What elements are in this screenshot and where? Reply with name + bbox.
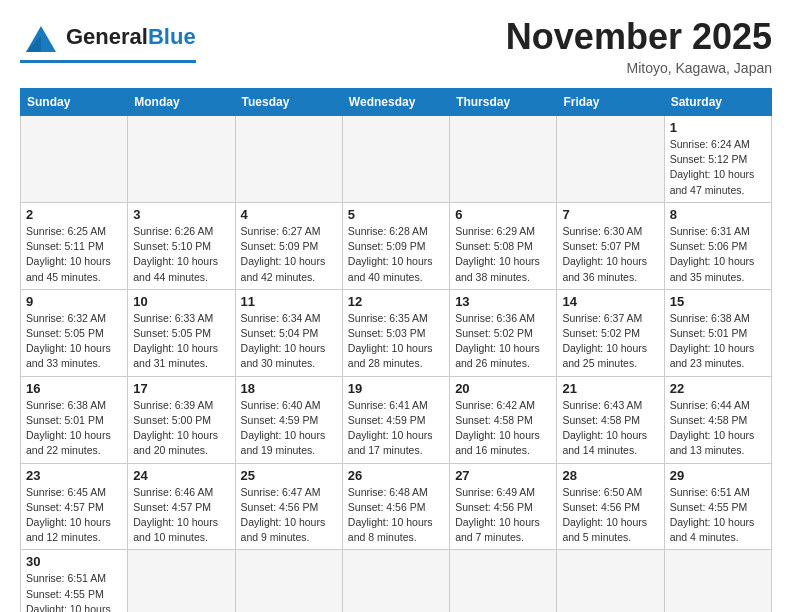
day-info: Sunrise: 6:41 AM Sunset: 4:59 PM Dayligh… bbox=[348, 398, 444, 459]
day-info: Sunrise: 6:36 AM Sunset: 5:02 PM Dayligh… bbox=[455, 311, 551, 372]
day-info: Sunrise: 6:34 AM Sunset: 5:04 PM Dayligh… bbox=[241, 311, 337, 372]
day-info: Sunrise: 6:25 AM Sunset: 5:11 PM Dayligh… bbox=[26, 224, 122, 285]
day-info: Sunrise: 6:27 AM Sunset: 5:09 PM Dayligh… bbox=[241, 224, 337, 285]
calendar-day-cell bbox=[21, 116, 128, 203]
calendar-table: SundayMondayTuesdayWednesdayThursdayFrid… bbox=[20, 88, 772, 612]
day-info: Sunrise: 6:51 AM Sunset: 4:55 PM Dayligh… bbox=[26, 571, 122, 612]
day-number: 13 bbox=[455, 294, 551, 309]
calendar-day-cell: 5Sunrise: 6:28 AM Sunset: 5:09 PM Daylig… bbox=[342, 202, 449, 289]
calendar-day-cell: 20Sunrise: 6:42 AM Sunset: 4:58 PM Dayli… bbox=[450, 376, 557, 463]
calendar-day-cell bbox=[450, 550, 557, 612]
calendar-day-cell bbox=[557, 550, 664, 612]
day-info: Sunrise: 6:26 AM Sunset: 5:10 PM Dayligh… bbox=[133, 224, 229, 285]
weekday-header-row: SundayMondayTuesdayWednesdayThursdayFrid… bbox=[21, 89, 772, 116]
day-number: 15 bbox=[670, 294, 766, 309]
calendar-week-row: 1Sunrise: 6:24 AM Sunset: 5:12 PM Daylig… bbox=[21, 116, 772, 203]
weekday-header-wednesday: Wednesday bbox=[342, 89, 449, 116]
calendar-week-row: 16Sunrise: 6:38 AM Sunset: 5:01 PM Dayli… bbox=[21, 376, 772, 463]
day-number: 24 bbox=[133, 468, 229, 483]
calendar-day-cell: 26Sunrise: 6:48 AM Sunset: 4:56 PM Dayli… bbox=[342, 463, 449, 550]
day-number: 19 bbox=[348, 381, 444, 396]
day-number: 5 bbox=[348, 207, 444, 222]
calendar-week-row: 2Sunrise: 6:25 AM Sunset: 5:11 PM Daylig… bbox=[21, 202, 772, 289]
calendar-day-cell: 19Sunrise: 6:41 AM Sunset: 4:59 PM Dayli… bbox=[342, 376, 449, 463]
day-number: 27 bbox=[455, 468, 551, 483]
day-number: 7 bbox=[562, 207, 658, 222]
calendar-day-cell: 24Sunrise: 6:46 AM Sunset: 4:57 PM Dayli… bbox=[128, 463, 235, 550]
calendar-day-cell: 15Sunrise: 6:38 AM Sunset: 5:01 PM Dayli… bbox=[664, 289, 771, 376]
day-info: Sunrise: 6:33 AM Sunset: 5:05 PM Dayligh… bbox=[133, 311, 229, 372]
title-block: November 2025 Mitoyo, Kagawa, Japan bbox=[506, 16, 772, 76]
calendar-week-row: 9Sunrise: 6:32 AM Sunset: 5:05 PM Daylig… bbox=[21, 289, 772, 376]
day-number: 25 bbox=[241, 468, 337, 483]
day-info: Sunrise: 6:24 AM Sunset: 5:12 PM Dayligh… bbox=[670, 137, 766, 198]
calendar-day-cell: 23Sunrise: 6:45 AM Sunset: 4:57 PM Dayli… bbox=[21, 463, 128, 550]
calendar-day-cell: 7Sunrise: 6:30 AM Sunset: 5:07 PM Daylig… bbox=[557, 202, 664, 289]
calendar-day-cell: 1Sunrise: 6:24 AM Sunset: 5:12 PM Daylig… bbox=[664, 116, 771, 203]
day-info: Sunrise: 6:48 AM Sunset: 4:56 PM Dayligh… bbox=[348, 485, 444, 546]
day-info: Sunrise: 6:47 AM Sunset: 4:56 PM Dayligh… bbox=[241, 485, 337, 546]
day-info: Sunrise: 6:35 AM Sunset: 5:03 PM Dayligh… bbox=[348, 311, 444, 372]
page: GeneralBlue November 2025 Mitoyo, Kagawa… bbox=[0, 0, 792, 612]
calendar-day-cell: 11Sunrise: 6:34 AM Sunset: 5:04 PM Dayli… bbox=[235, 289, 342, 376]
day-number: 10 bbox=[133, 294, 229, 309]
day-number: 22 bbox=[670, 381, 766, 396]
calendar-day-cell: 22Sunrise: 6:44 AM Sunset: 4:58 PM Dayli… bbox=[664, 376, 771, 463]
day-info: Sunrise: 6:30 AM Sunset: 5:07 PM Dayligh… bbox=[562, 224, 658, 285]
weekday-header-sunday: Sunday bbox=[21, 89, 128, 116]
day-info: Sunrise: 6:38 AM Sunset: 5:01 PM Dayligh… bbox=[26, 398, 122, 459]
day-info: Sunrise: 6:37 AM Sunset: 5:02 PM Dayligh… bbox=[562, 311, 658, 372]
day-number: 8 bbox=[670, 207, 766, 222]
calendar-title: November 2025 bbox=[506, 16, 772, 58]
calendar-day-cell: 29Sunrise: 6:51 AM Sunset: 4:55 PM Dayli… bbox=[664, 463, 771, 550]
logo-icon bbox=[20, 16, 62, 58]
day-number: 23 bbox=[26, 468, 122, 483]
day-number: 20 bbox=[455, 381, 551, 396]
weekday-header-thursday: Thursday bbox=[450, 89, 557, 116]
calendar-subtitle: Mitoyo, Kagawa, Japan bbox=[506, 60, 772, 76]
day-number: 18 bbox=[241, 381, 337, 396]
day-info: Sunrise: 6:44 AM Sunset: 4:58 PM Dayligh… bbox=[670, 398, 766, 459]
weekday-header-friday: Friday bbox=[557, 89, 664, 116]
day-number: 2 bbox=[26, 207, 122, 222]
calendar-day-cell bbox=[450, 116, 557, 203]
day-info: Sunrise: 6:49 AM Sunset: 4:56 PM Dayligh… bbox=[455, 485, 551, 546]
calendar-day-cell: 25Sunrise: 6:47 AM Sunset: 4:56 PM Dayli… bbox=[235, 463, 342, 550]
calendar-day-cell: 4Sunrise: 6:27 AM Sunset: 5:09 PM Daylig… bbox=[235, 202, 342, 289]
calendar-day-cell: 9Sunrise: 6:32 AM Sunset: 5:05 PM Daylig… bbox=[21, 289, 128, 376]
day-number: 30 bbox=[26, 554, 122, 569]
day-info: Sunrise: 6:42 AM Sunset: 4:58 PM Dayligh… bbox=[455, 398, 551, 459]
day-info: Sunrise: 6:51 AM Sunset: 4:55 PM Dayligh… bbox=[670, 485, 766, 546]
day-number: 9 bbox=[26, 294, 122, 309]
day-info: Sunrise: 6:40 AM Sunset: 4:59 PM Dayligh… bbox=[241, 398, 337, 459]
calendar-day-cell: 28Sunrise: 6:50 AM Sunset: 4:56 PM Dayli… bbox=[557, 463, 664, 550]
day-number: 3 bbox=[133, 207, 229, 222]
day-info: Sunrise: 6:43 AM Sunset: 4:58 PM Dayligh… bbox=[562, 398, 658, 459]
calendar-day-cell bbox=[235, 116, 342, 203]
day-info: Sunrise: 6:32 AM Sunset: 5:05 PM Dayligh… bbox=[26, 311, 122, 372]
calendar-day-cell: 27Sunrise: 6:49 AM Sunset: 4:56 PM Dayli… bbox=[450, 463, 557, 550]
day-number: 26 bbox=[348, 468, 444, 483]
day-number: 16 bbox=[26, 381, 122, 396]
header: GeneralBlue November 2025 Mitoyo, Kagawa… bbox=[20, 16, 772, 76]
day-number: 11 bbox=[241, 294, 337, 309]
calendar-day-cell: 2Sunrise: 6:25 AM Sunset: 5:11 PM Daylig… bbox=[21, 202, 128, 289]
day-number: 17 bbox=[133, 381, 229, 396]
day-number: 14 bbox=[562, 294, 658, 309]
calendar-day-cell bbox=[342, 116, 449, 203]
day-info: Sunrise: 6:46 AM Sunset: 4:57 PM Dayligh… bbox=[133, 485, 229, 546]
day-number: 21 bbox=[562, 381, 658, 396]
day-info: Sunrise: 6:45 AM Sunset: 4:57 PM Dayligh… bbox=[26, 485, 122, 546]
day-info: Sunrise: 6:29 AM Sunset: 5:08 PM Dayligh… bbox=[455, 224, 551, 285]
day-info: Sunrise: 6:28 AM Sunset: 5:09 PM Dayligh… bbox=[348, 224, 444, 285]
logo: GeneralBlue bbox=[20, 16, 196, 63]
calendar-day-cell bbox=[557, 116, 664, 203]
calendar-day-cell bbox=[128, 116, 235, 203]
calendar-day-cell bbox=[128, 550, 235, 612]
logo-text: GeneralBlue bbox=[66, 26, 196, 48]
weekday-header-tuesday: Tuesday bbox=[235, 89, 342, 116]
day-number: 6 bbox=[455, 207, 551, 222]
calendar-day-cell: 10Sunrise: 6:33 AM Sunset: 5:05 PM Dayli… bbox=[128, 289, 235, 376]
day-number: 28 bbox=[562, 468, 658, 483]
calendar-day-cell: 12Sunrise: 6:35 AM Sunset: 5:03 PM Dayli… bbox=[342, 289, 449, 376]
